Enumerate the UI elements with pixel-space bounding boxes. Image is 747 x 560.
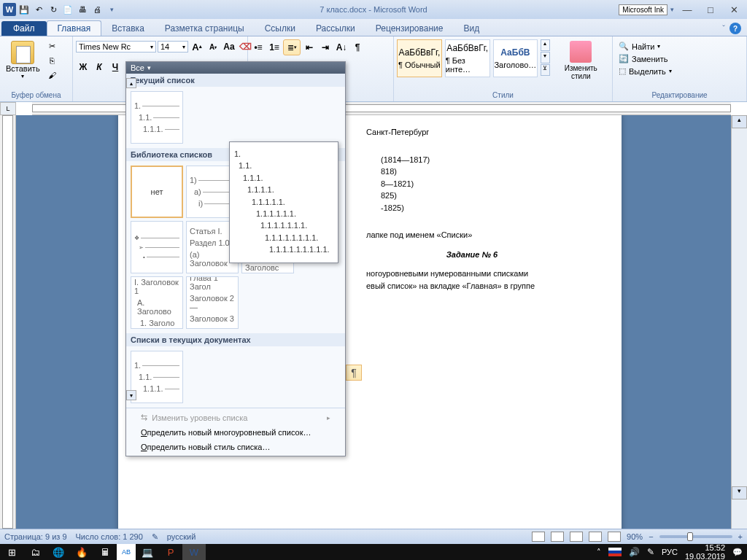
tab-references[interactable]: Ссылки	[255, 21, 306, 36]
tab-review[interactable]: Рецензирование	[365, 21, 454, 36]
zoom-level[interactable]: 90%	[627, 532, 643, 541]
taskbar-explorer-icon[interactable]: 🗂	[23, 544, 47, 560]
maximize-button[interactable]: □	[700, 3, 721, 16]
proofing-icon[interactable]: ✎	[152, 532, 158, 542]
taskbar-chrome-icon[interactable]: 🌐	[47, 544, 70, 560]
save-icon[interactable]: 💾	[18, 3, 31, 16]
dropdown-filter-all[interactable]: Все	[126, 62, 345, 74]
tab-mailings[interactable]: Рассылки	[306, 21, 365, 36]
font-size-select[interactable]: 14▾	[158, 41, 188, 52]
style-heading1[interactable]: АаБбВ Заголово…	[493, 39, 538, 77]
redo-icon[interactable]: ↻	[47, 3, 60, 16]
taskbar-abnet-icon[interactable]: AB	[117, 544, 136, 560]
tab-home[interactable]: Главная	[47, 20, 102, 36]
taskbar-word-icon[interactable]: W	[182, 544, 206, 560]
status-page[interactable]: Страница: 9 из 9	[4, 532, 67, 541]
multilevel-list-button[interactable]: ≣▾	[283, 39, 301, 55]
ribbon-minimize-icon[interactable]: ˇ	[722, 24, 725, 33]
lang-flag-icon[interactable]	[608, 548, 622, 556]
tab-insert[interactable]: Вставка	[101, 21, 155, 36]
view-web[interactable]	[570, 532, 583, 542]
new-icon[interactable]: 📄	[61, 3, 74, 16]
tab-view[interactable]: Вид	[453, 21, 489, 36]
copy-icon[interactable]: ⎘	[46, 54, 59, 67]
font-name-select[interactable]: Times New Rc▾	[76, 41, 156, 52]
define-multilevel-item[interactable]: Определить новый многоуровневый список…	[126, 425, 345, 440]
sort-icon[interactable]: A↓	[334, 40, 349, 55]
list-tile-chapter[interactable]: Глава 1 Загол Заголовок 2— Заголовок 3—	[186, 276, 239, 329]
change-styles-button[interactable]: Изменить стили	[553, 39, 609, 82]
tray-clock[interactable]: 15:52 19.03.2019	[685, 543, 725, 560]
scroll-up-icon[interactable]: ▴	[732, 115, 747, 128]
bullets-icon[interactable]: •≡	[251, 40, 266, 55]
shrink-font-icon[interactable]: A▾	[206, 39, 220, 54]
list-tile-roman[interactable]: I. Заголовок 1 A. Заголово 1. Заголо	[131, 276, 183, 329]
replace-button[interactable]: 🔄Заменить	[617, 53, 673, 64]
ruler-vertical[interactable]	[0, 115, 16, 529]
italic-button[interactable]: К	[92, 60, 107, 74]
taskbar-app2-icon[interactable]: 💻	[136, 544, 159, 560]
close-button[interactable]: ✕	[724, 3, 744, 16]
tray-volume-icon[interactable]: 🔊	[629, 547, 640, 557]
quickprint-icon[interactable]: 🖶	[76, 3, 89, 16]
ink-dropdown-icon[interactable]: ▾	[670, 6, 674, 13]
print-icon[interactable]: 🖨	[90, 3, 104, 16]
cut-icon[interactable]: ✂	[46, 39, 59, 52]
paste-button[interactable]: Вставить ▾	[3, 39, 43, 81]
status-language[interactable]: русский	[167, 532, 196, 541]
grow-font-icon[interactable]: A▴	[190, 39, 204, 54]
decrease-indent-icon[interactable]: ⇤	[302, 40, 317, 55]
tray-language[interactable]: РУС	[662, 548, 678, 556]
styles-up-icon[interactable]: ▴	[541, 39, 549, 51]
tray-pen-icon[interactable]: ✎	[647, 547, 654, 557]
view-outline[interactable]	[589, 532, 602, 542]
zoom-out-icon[interactable]: −	[649, 532, 653, 541]
list-tile-bullets[interactable]: ❖ ➢ •	[131, 221, 183, 273]
dropdown-scroll-down-icon[interactable]: ▾	[126, 390, 136, 400]
tray-notifications-icon[interactable]: 💬	[732, 548, 743, 557]
help-icon[interactable]: ?	[729, 23, 741, 34]
define-list-style-item[interactable]: Определить новый стиль списка…	[126, 440, 345, 454]
taskbar-calc-icon[interactable]: 🖩	[93, 544, 117, 560]
view-fullscreen[interactable]	[551, 532, 564, 542]
start-button[interactable]: ⊞	[0, 544, 23, 560]
ruler-corner[interactable]: L	[0, 102, 16, 115]
tab-layout[interactable]: Разметка страницы	[155, 21, 255, 36]
qat-more-icon[interactable]: ▾	[105, 3, 118, 16]
increase-indent-icon[interactable]: ⇥	[318, 40, 333, 55]
scrollbar-vertical[interactable]: ▴ ▾	[731, 115, 747, 529]
document-area: Санкт-Петербург (1814—1817) 818) 8—1821)…	[16, 115, 731, 529]
undo-icon[interactable]: ↶	[32, 3, 45, 16]
view-print-layout[interactable]	[532, 532, 545, 542]
style-no-spacing[interactable]: АаБбВвГг, ¶ Без инте…	[445, 39, 490, 77]
change-case-icon[interactable]: Aa	[222, 39, 236, 54]
select-button[interactable]: ⬚Выделить ▾	[617, 66, 673, 77]
zoom-slider[interactable]	[659, 535, 732, 538]
ms-ink-button[interactable]: Microsoft Ink	[619, 4, 667, 15]
zoom-in-icon[interactable]: +	[738, 532, 743, 541]
taskbar-powerpoint-icon[interactable]: P	[159, 544, 182, 560]
tray-chevron-icon[interactable]: ˄	[597, 548, 601, 557]
taskbar-app1-icon[interactable]: 🔥	[70, 544, 93, 560]
word-logo-icon[interactable]: W	[3, 3, 16, 16]
scroll-down-icon[interactable]: ▾	[732, 486, 747, 499]
style-normal[interactable]: АаБбВвГг, ¶ Обычный	[397, 39, 442, 77]
styles-down-icon[interactable]: ▾	[541, 52, 549, 63]
styles-more-icon[interactable]: ⊻	[541, 64, 549, 76]
dropdown-scroll-up-icon[interactable]: ▴	[126, 78, 136, 88]
numbering-icon[interactable]: 1≡	[267, 40, 282, 55]
underline-button[interactable]: Ч	[108, 60, 123, 74]
list-tile-doc1[interactable]: 1. 1.1. 1.1.1.	[131, 351, 183, 403]
status-words[interactable]: Число слов: 1 290	[76, 532, 143, 541]
zoom-thumb[interactable]	[687, 532, 693, 541]
minimize-button[interactable]: —	[677, 3, 697, 16]
paste-dropdown-icon[interactable]: ▾	[21, 73, 24, 79]
list-tile-none[interactable]: нет	[131, 166, 183, 218]
list-tile-current[interactable]: 1. 1.1. 1.1.1.	[131, 91, 183, 144]
format-painter-icon[interactable]: 🖌	[46, 69, 59, 82]
view-draft[interactable]	[608, 532, 621, 542]
tab-file[interactable]: Файл	[1, 21, 47, 36]
find-button[interactable]: 🔍Найти ▾	[617, 41, 673, 52]
show-marks-icon[interactable]: ¶	[350, 40, 365, 55]
bold-button[interactable]: Ж	[76, 60, 90, 74]
